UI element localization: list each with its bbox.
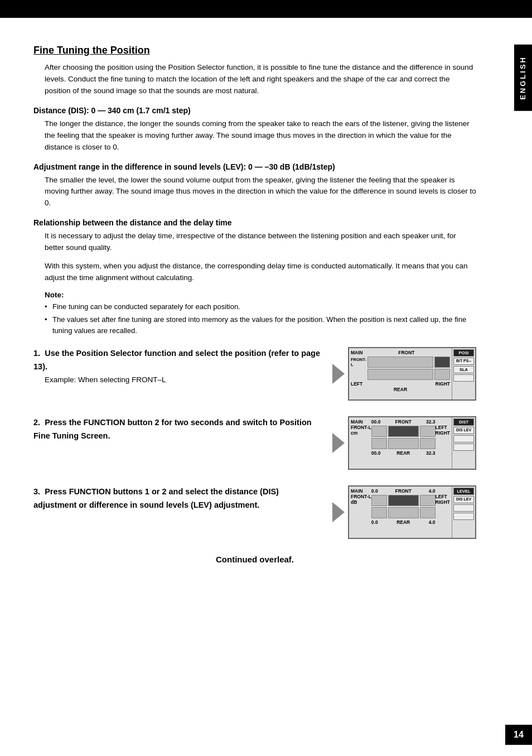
step-1-main-label: MAIN: [351, 350, 363, 355]
step-2-val-bl: 00.0: [371, 450, 381, 456]
step-3-sp-tr: [420, 495, 436, 506]
step-2-speaker-grid: [371, 426, 436, 449]
step-1-number: 1.: [33, 349, 40, 358]
step-2-dis-lev-btn: DIS LEV: [453, 427, 474, 434]
step-1-front-label: FRONT: [364, 350, 449, 355]
step-1-front-l: FRONT-L: [351, 357, 366, 368]
step-2-sp-tc: [388, 426, 419, 437]
subsection-3-title: Relationship between the distance and th…: [33, 218, 476, 227]
step-3-right-panel: LEVEL DIS LEV: [452, 487, 475, 538]
step-2-val-tl: 00.0: [371, 419, 381, 425]
step-3-front-lbl: FRONT: [395, 488, 412, 494]
step-3-instruction: Press FUNCTION buttons 1 or 2 and select…: [33, 487, 279, 509]
step-1-sp-tr: [434, 357, 450, 368]
step-2-sp-tr: [420, 426, 436, 437]
step-3-right-label: RIGHT: [436, 499, 450, 505]
step-2-sp-br: [420, 438, 436, 449]
subsection-1-body: The longer the distance, the longer the …: [45, 118, 476, 153]
subsection-1-title: Distance (DIS): 0 — 340 cm (1.7 cm/1 ste…: [33, 106, 476, 115]
step-2-main-label: MAIN: [351, 419, 371, 425]
english-tab: ENGLISH: [514, 45, 532, 111]
step-3-text-col: 3. Press FUNCTION buttons 1 or 2 and sel…: [33, 485, 323, 511]
continued-text: Continued overleaf.: [33, 555, 476, 564]
step-3-number: 3.: [33, 487, 40, 496]
note-item-2: The values set after fine tuning are sto…: [45, 314, 476, 336]
step-1-right-label: RIGHT: [436, 381, 450, 387]
step-2-diagram-col: MAIN FRONT-L cm 00.0 FRONT 32.3: [332, 416, 476, 470]
step-1-sp-bl: [367, 369, 433, 380]
step-2-diagram: MAIN FRONT-L cm 00.0 FRONT 32.3: [348, 416, 476, 470]
step-3-val-bl: 0.0: [371, 519, 378, 525]
step-1-instruction: Use the Position Selector function and s…: [33, 349, 320, 370]
step-2-right-label: RIGHT: [436, 430, 450, 436]
subsection-3-body1: It is necessary to adjust the delay time…: [45, 230, 476, 254]
step-3-speaker-grid: [371, 495, 436, 518]
step-2-left-label: LEFT: [436, 425, 447, 430]
step-2-val-tr: 32.3: [426, 419, 436, 425]
note-label: Note:: [45, 291, 476, 299]
step-1-text: 1. Use the Position Selector function an…: [33, 347, 323, 373]
step-2-right-panel: DIST DIS LEV: [452, 417, 475, 469]
main-content: Fine Tuning the Position After choosing …: [33, 45, 476, 564]
step-3-empty1: [453, 504, 474, 512]
step-2-diag-title-row: MAIN FRONT-L cm 00.0 FRONT 32.3: [351, 419, 450, 456]
step-3-sp-bc: [388, 507, 419, 518]
step-2-front-lbl: FRONT: [395, 419, 412, 425]
step-2-dist-btn: DIST: [453, 418, 474, 426]
step-3-sp-tl: [371, 495, 387, 506]
step-2-number: 2.: [33, 418, 40, 427]
step-3-val-br: 4.0: [429, 519, 436, 525]
step-1-diag-main: MAIN FRONT FRONT-L: [349, 348, 452, 399]
step-3-diagram-col: MAIN FRONT-L dB 0.0 FRONT 4.0: [332, 485, 476, 539]
page-number: 14: [505, 725, 532, 745]
step-3-sp-tc: [388, 495, 419, 506]
step-3-left-label: LEFT: [436, 494, 447, 499]
step-1-sp-tl: [367, 357, 433, 368]
step-1-right-panel: POSI B/T PS-- SLA: [452, 348, 475, 399]
step-3-unit-label: dB: [351, 499, 371, 505]
step-3-val-tl: 0.0: [371, 488, 378, 494]
top-bar: [0, 0, 532, 18]
step-3-val-tr: 4.0: [429, 488, 436, 494]
step-2-diag-main: MAIN FRONT-L cm 00.0 FRONT 32.3: [349, 417, 452, 469]
step-2-rear-lbl: REAR: [396, 450, 410, 456]
step-1-diag-title-row: MAIN FRONT: [351, 350, 450, 355]
step-1-arrow: [332, 364, 345, 384]
note-item-1: Fine tuning can be conducted separately …: [45, 301, 476, 312]
step-3-sp-br: [420, 507, 436, 518]
step-3-rear-lbl: REAR: [396, 519, 410, 525]
subsection-2-body: The smaller the level, the lower the sou…: [45, 175, 476, 210]
section-title: Fine Tuning the Position: [33, 45, 476, 56]
step-3-row: 3. Press FUNCTION buttons 1 or 2 and sel…: [33, 485, 476, 539]
step-2-unit-label: cm: [351, 430, 371, 436]
step-3-diag-main: MAIN FRONT-L dB 0.0 FRONT 4.0: [349, 487, 452, 538]
step-2-text: 2. Press the FUNCTION button 2 for two s…: [33, 416, 323, 442]
steps-area: 1. Use the Position Selector function an…: [33, 347, 476, 539]
note-list: Fine tuning can be conducted separately …: [45, 301, 476, 336]
step-1-bt-btn: B/T PS--: [453, 358, 474, 364]
step-1-speaker-grid: FRONT-L: [351, 357, 450, 380]
step-2-sp-tl: [371, 426, 387, 437]
step-1-sla-btn: SLA: [453, 366, 474, 373]
subsection-3-body2: With this system, when you adjust the di…: [45, 261, 476, 284]
step-1-diagram-col: MAIN FRONT FRONT-L: [332, 347, 476, 401]
step-3-dis-lev-btn: DIS LEV: [453, 496, 474, 503]
step-2-text-col: 2. Press the FUNCTION button 2 for two s…: [33, 416, 323, 442]
step-2-sp-bl: [371, 438, 387, 449]
step-3-level-btn: LEVEL: [453, 488, 474, 495]
step-2-frontl-label: FRONT-L: [351, 425, 371, 430]
subsection-2-title: Adjustment range in the difference in so…: [33, 162, 476, 171]
step-3-empty2: [453, 513, 474, 520]
step-3-arrow: [332, 502, 345, 522]
step-1-left-label: LEFT: [351, 381, 362, 387]
step-1-sp-br: [434, 369, 450, 380]
step-2-instruction: Press the FUNCTION button 2 for two seco…: [33, 418, 312, 440]
step-1-example: Example: When selecting FRONT–L: [45, 375, 323, 384]
step-1-row: 1. Use the Position Selector function an…: [33, 347, 476, 401]
step-3-frontl-label: FRONT-L: [351, 494, 371, 499]
intro-text: After choosing the position using the Po…: [45, 62, 476, 97]
page-container: ENGLISH 14 Fine Tuning the Position Afte…: [0, 0, 532, 756]
step-3-text: 3. Press FUNCTION buttons 1 or 2 and sel…: [33, 485, 323, 511]
step-1-diagram: MAIN FRONT FRONT-L: [348, 347, 476, 401]
step-1-text-col: 1. Use the Position Selector function an…: [33, 347, 323, 383]
